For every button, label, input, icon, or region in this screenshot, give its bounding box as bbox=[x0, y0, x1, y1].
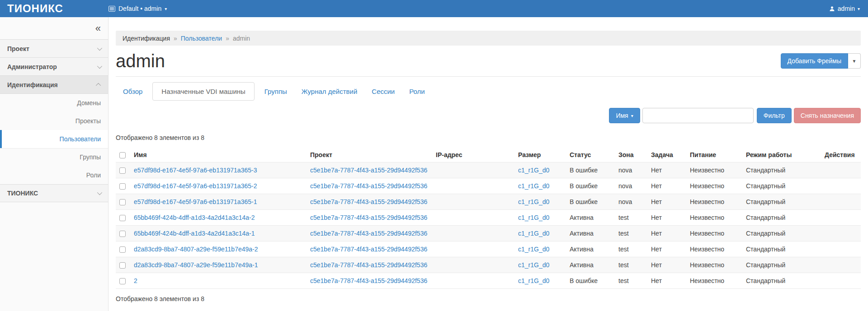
size-link[interactable]: c1_r1G_d0 bbox=[518, 167, 549, 174]
zone-cell: test bbox=[615, 273, 647, 289]
power-cell: Неизвестно bbox=[686, 241, 742, 257]
vm-name-link[interactable]: 2 bbox=[134, 277, 137, 284]
breadcrumb-separator: » bbox=[174, 35, 177, 42]
project-link[interactable]: c5e1be7a-7787-4f43-a155-29d94492f536 bbox=[310, 167, 427, 174]
project-link[interactable]: c5e1be7a-7787-4f43-a155-29d94492f536 bbox=[310, 261, 427, 269]
mode-cell: Стандартный bbox=[742, 194, 821, 210]
top-navbar: ТИОНИКС Default • admin ▾ admin ▾ bbox=[0, 0, 868, 17]
zone-cell: test bbox=[615, 210, 647, 226]
task-cell: Нет bbox=[647, 226, 686, 241]
column-header-power: Питание bbox=[686, 148, 742, 162]
list-icon bbox=[108, 6, 115, 12]
row-checkbox[interactable] bbox=[119, 199, 126, 205]
mode-cell: Стандартный bbox=[742, 241, 821, 257]
status-cell: Активна bbox=[566, 241, 615, 257]
tab-sessions[interactable]: Сессии bbox=[364, 83, 402, 100]
project-link[interactable]: c5e1be7a-7787-4f43-a155-29d94492f536 bbox=[310, 198, 427, 205]
filter-button[interactable]: Фильтр bbox=[757, 108, 792, 123]
table-row: 2 c5e1be7a-7787-4f43-a155-29d94492f536 c… bbox=[116, 273, 861, 289]
table-summary-top: Отображено 8 элементов из 8 bbox=[116, 134, 861, 141]
size-link[interactable]: c1_r1G_d0 bbox=[518, 261, 549, 269]
breadcrumb: Идентификация » Пользователи » admin bbox=[116, 31, 861, 46]
mode-cell: Стандартный bbox=[742, 178, 821, 194]
task-cell: Нет bbox=[647, 257, 686, 273]
sidebar-item-roles[interactable]: Роли bbox=[0, 166, 108, 184]
vm-name-link[interactable]: d2a83cd9-8ba7-4807-a29e-f59e11b7e49a-1 bbox=[134, 261, 258, 269]
chevron-down-icon: ▾ bbox=[858, 7, 860, 11]
tab-groups[interactable]: Группы bbox=[257, 83, 294, 100]
breadcrumb-link-users[interactable]: Пользователи bbox=[181, 35, 222, 42]
status-cell: В ошибке bbox=[566, 194, 615, 210]
context-switcher[interactable]: Default • admin ▾ bbox=[108, 5, 167, 12]
sidebar-item-label: Роли bbox=[86, 172, 101, 179]
search-input[interactable] bbox=[642, 108, 754, 123]
tab-bar: Обзор Назначенные VDI машины Группы Журн… bbox=[116, 82, 861, 101]
sidebar-section-project[interactable]: Проект bbox=[0, 40, 108, 58]
mode-cell: Стандартный bbox=[742, 210, 821, 226]
row-checkbox[interactable] bbox=[119, 262, 126, 269]
remove-assignments-button[interactable]: Снять назначения bbox=[794, 108, 861, 123]
select-all-checkbox[interactable] bbox=[119, 152, 126, 158]
breadcrumb-root: Идентификация bbox=[123, 35, 170, 42]
tab-roles[interactable]: Роли bbox=[402, 83, 432, 100]
size-link[interactable]: c1_r1G_d0 bbox=[518, 230, 549, 237]
table-header-row: Имя Проект IP-адрес Размер Статус Зона З… bbox=[116, 148, 861, 162]
user-menu[interactable]: admin ▾ bbox=[829, 5, 868, 12]
row-checkbox[interactable] bbox=[119, 278, 126, 284]
size-link[interactable]: c1_r1G_d0 bbox=[518, 246, 549, 253]
chevron-down-icon bbox=[97, 63, 102, 68]
vm-name-link[interactable]: 65bb469f-424b-4dff-a1d3-4a2d41a3c14a-1 bbox=[134, 230, 255, 237]
sidebar-item-groups[interactable]: Группы bbox=[0, 148, 108, 166]
task-cell: Нет bbox=[647, 273, 686, 289]
sidebar-section-tionix[interactable]: ТИОНИКС bbox=[0, 184, 108, 202]
vm-name-link[interactable]: 65bb469f-424b-4dff-a1d3-4a2d41a3c14a-2 bbox=[134, 214, 255, 221]
tab-overview[interactable]: Обзор bbox=[116, 83, 150, 100]
task-cell: Нет bbox=[647, 210, 686, 226]
table-row: 65bb469f-424b-4dff-a1d3-4a2d41a3c14a-2 c… bbox=[116, 210, 861, 226]
sidebar-item-projects[interactable]: Проекты bbox=[0, 112, 108, 130]
project-link[interactable]: c5e1be7a-7787-4f43-a155-29d94492f536 bbox=[310, 230, 427, 237]
add-frames-button[interactable]: Добавить Фреймы bbox=[781, 53, 849, 69]
row-checkbox[interactable] bbox=[119, 246, 126, 253]
tab-action-log[interactable]: Журнал действий bbox=[294, 83, 364, 100]
column-header-ip: IP-адрес bbox=[432, 148, 514, 162]
vm-name-link[interactable]: d2a83cd9-8ba7-4807-a29e-f59e11b7e49a-2 bbox=[134, 246, 258, 253]
tab-assigned-vdi[interactable]: Назначенные VDI машины bbox=[152, 82, 255, 101]
task-cell: Нет bbox=[647, 178, 686, 194]
sidebar-section-label: ТИОНИКС bbox=[7, 190, 38, 197]
vm-name-link[interactable]: e57df98d-e167-4e5f-97a6-eb131971a365-1 bbox=[134, 198, 257, 205]
table-summary-bottom: Отображено 8 элементов из 8 bbox=[116, 289, 861, 311]
size-link[interactable]: c1_r1G_d0 bbox=[518, 182, 549, 190]
sidebar-section-identity[interactable]: Идентификация bbox=[0, 76, 108, 94]
project-link[interactable]: c5e1be7a-7787-4f43-a155-29d94492f536 bbox=[310, 246, 427, 253]
add-frames-caret-button[interactable]: ▼ bbox=[848, 53, 861, 69]
zone-cell: test bbox=[615, 226, 647, 241]
row-checkbox[interactable] bbox=[119, 183, 126, 190]
filter-field-dropdown[interactable]: Имя ▾ bbox=[609, 108, 640, 123]
row-checkbox[interactable] bbox=[119, 231, 126, 237]
power-cell: Неизвестно bbox=[686, 162, 742, 178]
vm-name-link[interactable]: e57df98d-e167-4e5f-97a6-eb131971a365-2 bbox=[134, 182, 257, 190]
sidebar-item-label: Группы bbox=[80, 153, 101, 161]
project-link[interactable]: c5e1be7a-7787-4f43-a155-29d94492f536 bbox=[310, 214, 427, 221]
size-link[interactable]: c1_r1G_d0 bbox=[518, 214, 549, 221]
actions-cell bbox=[821, 257, 861, 273]
ip-cell bbox=[432, 194, 514, 210]
power-cell: Неизвестно bbox=[686, 194, 742, 210]
project-link[interactable]: c5e1be7a-7787-4f43-a155-29d94492f536 bbox=[310, 182, 427, 190]
row-checkbox[interactable] bbox=[119, 167, 126, 174]
size-link[interactable]: c1_r1G_d0 bbox=[518, 277, 549, 284]
vm-name-link[interactable]: e57df98d-e167-4e5f-97a6-eb131971a365-3 bbox=[134, 167, 257, 174]
column-header-name: Имя bbox=[130, 148, 307, 162]
row-checkbox[interactable] bbox=[119, 215, 126, 221]
sidebar-item-domains[interactable]: Домены bbox=[0, 94, 108, 112]
sidebar-item-users[interactable]: Пользователи bbox=[0, 130, 108, 148]
sidebar-item-label: Проекты bbox=[75, 117, 101, 125]
actions-cell bbox=[821, 241, 861, 257]
sidebar-collapse-button[interactable]: « bbox=[95, 23, 101, 33]
sidebar-section-admin[interactable]: Администратор bbox=[0, 58, 108, 76]
power-cell: Неизвестно bbox=[686, 226, 742, 241]
project-link[interactable]: c5e1be7a-7787-4f43-a155-29d94492f536 bbox=[310, 277, 427, 284]
table-row: 65bb469f-424b-4dff-a1d3-4a2d41a3c14a-1 c… bbox=[116, 226, 861, 241]
size-link[interactable]: c1_r1G_d0 bbox=[518, 198, 549, 205]
